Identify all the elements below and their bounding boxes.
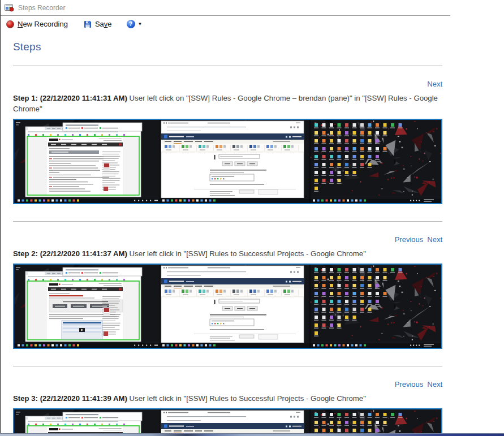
- step-nav-links: Next: [13, 80, 442, 88]
- help-button[interactable]: ? ▼: [124, 18, 148, 31]
- step-label: Step 2:: [13, 249, 38, 258]
- step-description: Step 3: (22/12/2020 11:41:39 AM) User le…: [13, 393, 442, 404]
- new-recording-label: New Recording: [18, 20, 68, 28]
- step-section-3: Previous Next Step 3: (22/12/2020 11:41:…: [13, 380, 442, 436]
- step-timestamp: (22/12/2020 11:41:39 AM): [40, 394, 127, 403]
- step-timestamp: (22/12/2020 11:41:31 AM): [40, 94, 127, 102]
- next-link[interactable]: Next: [427, 80, 442, 88]
- next-link[interactable]: Next: [427, 235, 442, 244]
- previous-link[interactable]: Previous: [395, 235, 424, 244]
- save-label: Save: [95, 20, 112, 28]
- step-description: Step 1: (22/12/2020 11:41:31 AM) User le…: [13, 93, 442, 114]
- step-action-text: User left click in "[SSW] Rules to Succe…: [130, 249, 366, 258]
- step-label: Step 1:: [13, 94, 38, 102]
- new-recording-button[interactable]: New Recording: [3, 18, 73, 31]
- step-nav-links: Previous Next: [13, 380, 442, 388]
- toolbar: New Recording Save ? ▼: [1, 16, 450, 32]
- step-timestamp: (22/12/2020 11:41:37 AM): [40, 249, 127, 258]
- step-label: Step 3:: [13, 394, 38, 403]
- divider: [13, 366, 442, 366]
- window-title: Steps Recorder: [18, 4, 65, 12]
- titlebar: Steps Recorder: [1, 0, 450, 16]
- step-screenshot[interactable]: [13, 408, 442, 436]
- save-icon: [84, 20, 92, 28]
- step-screenshot[interactable]: [13, 264, 442, 349]
- previous-link[interactable]: Previous: [395, 380, 424, 388]
- help-icon: ?: [127, 20, 135, 28]
- divider: [13, 66, 442, 66]
- step-section-1: Next Step 1: (22/12/2020 11:41:31 AM) Us…: [13, 80, 442, 222]
- host-taskbar-strip: [0, 433, 504, 436]
- step-action-text: User left click in "[SSW] Rules to Succe…: [130, 394, 366, 403]
- save-button[interactable]: Save: [81, 18, 117, 31]
- step-section-2: Previous Next Step 2: (22/12/2020 11:41:…: [13, 235, 442, 366]
- step-nav-links: Previous Next: [13, 235, 442, 244]
- step-screenshot[interactable]: [13, 119, 442, 204]
- page-title: Steps: [13, 41, 442, 53]
- steps-recorder-app-icon: [5, 4, 14, 12]
- divider: [13, 221, 442, 222]
- content-area: Steps Next Step 1: (22/12/2020 11:41:31 …: [13, 41, 442, 436]
- next-link[interactable]: Next: [427, 380, 442, 388]
- steps-recorder-window: Steps Recorder New Recording Save ? ▼: [0, 0, 450, 436]
- record-icon: [6, 20, 14, 28]
- step-description: Step 2: (22/12/2020 11:41:37 AM) User le…: [13, 248, 442, 259]
- caret-down-icon: ▼: [138, 21, 143, 27]
